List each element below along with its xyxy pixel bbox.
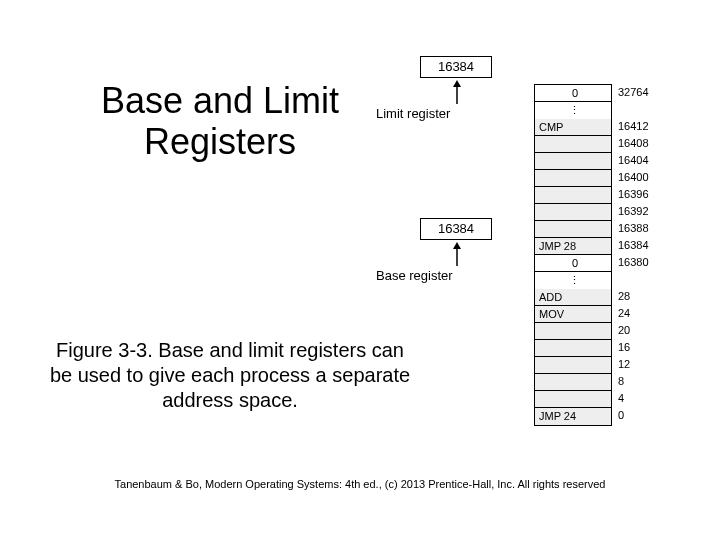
addr-label: 32764 (618, 84, 670, 101)
memory-row: ADD (535, 289, 611, 306)
base-register-label: Base register (376, 268, 453, 283)
memory-row: JMP 28 (535, 238, 611, 255)
addr-label: 16388 (618, 220, 670, 237)
memory-row (535, 221, 611, 238)
memory-ellipsis: ⋮ (535, 102, 611, 119)
memory-column: 0 ⋮ CMP JMP 28 0 ⋮ ADD MOV JMP 24 (534, 84, 612, 426)
figure-caption: Figure 3-3. Base and limit registers can… (45, 338, 415, 413)
memory-row (535, 136, 611, 153)
address-column: 32764 16412 16408 16404 16400 16396 1639… (618, 84, 670, 424)
memory-row: JMP 24 (535, 408, 611, 425)
memory-row (535, 357, 611, 374)
limit-arrow-icon (448, 80, 466, 104)
addr-label: 16400 (618, 169, 670, 186)
addr-label: 24 (618, 305, 670, 322)
limit-register-label: Limit register (376, 106, 450, 121)
addr-label: 16392 (618, 203, 670, 220)
addr-label: 16408 (618, 135, 670, 152)
addr-label: 16380 (618, 254, 670, 271)
addr-label: 16384 (618, 237, 670, 254)
addr-label: 28 (618, 288, 670, 305)
addr-label: 0 (618, 407, 670, 424)
memory-row (535, 374, 611, 391)
addr-label: 20 (618, 322, 670, 339)
memory-row (535, 153, 611, 170)
base-arrow-icon (448, 242, 466, 266)
addr-label: 8 (618, 373, 670, 390)
addr-label: 16396 (618, 186, 670, 203)
addr-label: 16412 (618, 118, 670, 135)
addr-label: 16404 (618, 152, 670, 169)
svg-marker-1 (453, 80, 461, 87)
memory-row: 0 (535, 255, 611, 272)
memory-row (535, 340, 611, 357)
memory-row (535, 323, 611, 340)
copyright-footer: Tanenbaum & Bo, Modern Operating Systems… (0, 478, 720, 490)
addr-label: 16 (618, 339, 670, 356)
memory-ellipsis: ⋮ (535, 272, 611, 289)
base-register-box: 16384 (420, 218, 492, 240)
limit-register-box: 16384 (420, 56, 492, 78)
addr-label: 12 (618, 356, 670, 373)
svg-marker-3 (453, 242, 461, 249)
memory-row (535, 391, 611, 408)
memory-row: MOV (535, 306, 611, 323)
memory-top: 0 (535, 85, 611, 102)
slide-title: Base and Limit Registers (60, 80, 380, 163)
memory-row (535, 187, 611, 204)
addr-label: 4 (618, 390, 670, 407)
memory-row (535, 204, 611, 221)
memory-row: CMP (535, 119, 611, 136)
memory-row (535, 170, 611, 187)
